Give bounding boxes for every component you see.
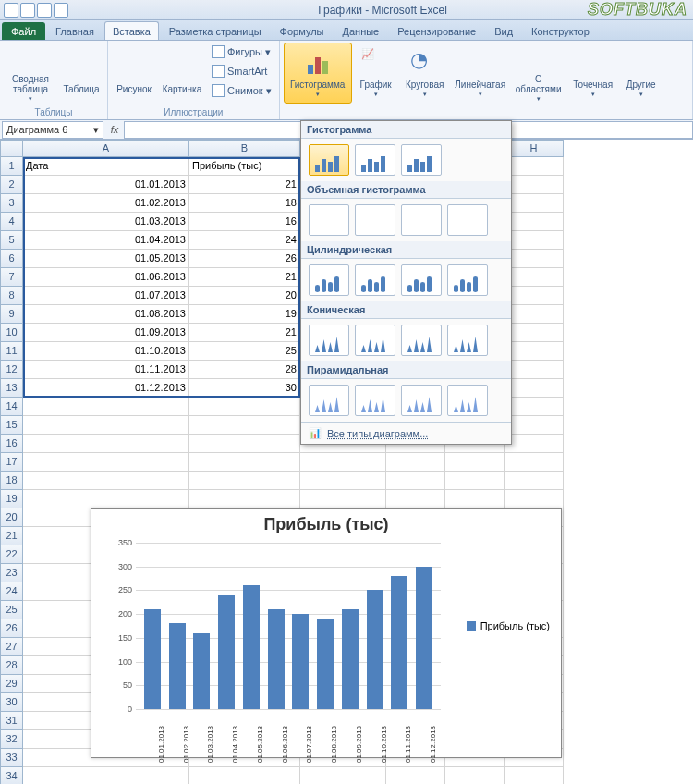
- chart-type-thumb[interactable]: [355, 144, 395, 176]
- redo-icon[interactable]: [54, 3, 68, 18]
- smartart-button[interactable]: SmartArt: [208, 62, 275, 80]
- cell-F17[interactable]: [386, 453, 445, 472]
- cell-A11[interactable]: 01.10.2013: [23, 342, 189, 361]
- cell-G18[interactable]: [445, 472, 505, 490]
- cell-F19[interactable]: [386, 490, 445, 508]
- chart-type-thumb[interactable]: [401, 264, 442, 296]
- row-header-34[interactable]: 34: [0, 767, 23, 784]
- tab-formulas[interactable]: Формулы: [272, 21, 333, 40]
- tab-design[interactable]: Конструктор: [523, 21, 598, 40]
- chart-type-thumb[interactable]: [309, 264, 349, 296]
- row-header-10[interactable]: 10: [0, 324, 23, 342]
- cell-B12[interactable]: 28: [189, 361, 300, 379]
- row-header-28[interactable]: 28: [0, 656, 23, 675]
- row-header-4[interactable]: 4: [0, 213, 23, 231]
- cell-F34[interactable]: [386, 767, 445, 784]
- row-header-7[interactable]: 7: [0, 268, 23, 287]
- undo-icon[interactable]: [37, 3, 52, 18]
- cell-H17[interactable]: [505, 453, 564, 472]
- other-charts-button[interactable]: Другие▾: [620, 43, 663, 104]
- row-header-13[interactable]: 13: [0, 379, 23, 398]
- chart-type-thumb[interactable]: [355, 264, 395, 296]
- cell-H8[interactable]: [505, 287, 564, 305]
- row-header-22[interactable]: 22: [0, 545, 23, 564]
- cell-A1[interactable]: Дата: [23, 157, 189, 176]
- cell-A15[interactable]: [23, 416, 189, 435]
- save-icon[interactable]: [20, 3, 35, 18]
- cell-A18[interactable]: [23, 472, 189, 490]
- tab-review[interactable]: Рецензирование: [389, 21, 484, 40]
- row-header-19[interactable]: 19: [0, 490, 23, 508]
- cell-H16[interactable]: [505, 435, 564, 453]
- cell-H19[interactable]: [505, 490, 564, 508]
- chart-type-thumb[interactable]: [309, 144, 349, 176]
- cell-B17[interactable]: [189, 453, 300, 472]
- row-header-27[interactable]: 27: [0, 638, 23, 656]
- cell-E34[interactable]: [300, 767, 386, 784]
- tab-view[interactable]: Вид: [486, 21, 521, 40]
- row-header-31[interactable]: 31: [0, 712, 23, 730]
- cell-H1[interactable]: [505, 157, 564, 176]
- row-header-2[interactable]: 2: [0, 176, 23, 194]
- cell-B13[interactable]: 30: [189, 379, 300, 398]
- chart-type-thumb[interactable]: [447, 385, 488, 416]
- row-header-23[interactable]: 23: [0, 564, 23, 582]
- tab-file[interactable]: Файл: [2, 22, 45, 40]
- cell-H12[interactable]: [505, 361, 564, 379]
- row-header-3[interactable]: 3: [0, 194, 23, 213]
- row-header-26[interactable]: 26: [0, 619, 23, 638]
- cell-A34[interactable]: [23, 767, 189, 784]
- cell-A17[interactable]: [23, 453, 189, 472]
- col-header-A[interactable]: A: [23, 140, 189, 157]
- bar-chart-button[interactable]: Линейчатая▾: [452, 43, 509, 104]
- row-header-32[interactable]: 32: [0, 730, 23, 749]
- chart-type-thumb[interactable]: [401, 385, 442, 416]
- cell-B8[interactable]: 20: [189, 287, 300, 305]
- cell-F18[interactable]: [386, 472, 445, 490]
- cell-A9[interactable]: 01.08.2013: [23, 305, 189, 324]
- all-chart-types-button[interactable]: 📊Все типы диаграмм...: [301, 422, 511, 444]
- tab-insert[interactable]: Вставка: [104, 21, 159, 40]
- column-chart-button[interactable]: Гистограмма ▾: [284, 43, 352, 104]
- col-header-B[interactable]: B: [189, 140, 300, 157]
- cell-H2[interactable]: [505, 176, 564, 194]
- chart-type-thumb[interactable]: [355, 385, 395, 416]
- cell-H7[interactable]: [505, 268, 564, 287]
- cell-B15[interactable]: [189, 416, 300, 435]
- row-header-16[interactable]: 16: [0, 435, 23, 453]
- chart-type-thumb[interactable]: [355, 325, 395, 356]
- cell-E19[interactable]: [300, 490, 386, 508]
- cell-A4[interactable]: 01.03.2013: [23, 213, 189, 231]
- name-box[interactable]: Диаграмма 6▾: [2, 121, 103, 139]
- cell-H13[interactable]: [505, 379, 564, 398]
- chart-type-thumb[interactable]: [447, 325, 488, 356]
- row-header-24[interactable]: 24: [0, 582, 23, 601]
- line-chart-button[interactable]: 📈 График▾: [354, 43, 398, 104]
- cell-A16[interactable]: [23, 435, 189, 453]
- cell-B18[interactable]: [189, 472, 300, 490]
- row-header-29[interactable]: 29: [0, 675, 23, 693]
- chart-type-thumb[interactable]: [355, 204, 395, 236]
- cell-B10[interactable]: 21: [189, 324, 300, 342]
- cell-A13[interactable]: 01.12.2013: [23, 379, 189, 398]
- row-header-5[interactable]: 5: [0, 231, 23, 250]
- cell-B5[interactable]: 24: [189, 231, 300, 250]
- cell-H18[interactable]: [505, 472, 564, 490]
- embedded-chart[interactable]: Прибыль (тыс) 05010015020025030035001.01…: [91, 508, 562, 758]
- shapes-button[interactable]: Фигуры ▾: [208, 43, 275, 61]
- row-header-33[interactable]: 33: [0, 749, 23, 767]
- cell-H3[interactable]: [505, 194, 564, 213]
- cell-E18[interactable]: [300, 472, 386, 490]
- row-header-30[interactable]: 30: [0, 693, 23, 712]
- cell-H34[interactable]: [505, 767, 564, 784]
- cell-A10[interactable]: 01.09.2013: [23, 324, 189, 342]
- row-header-9[interactable]: 9: [0, 305, 23, 324]
- cell-A3[interactable]: 01.02.2013: [23, 194, 189, 213]
- tab-home[interactable]: Главная: [47, 21, 103, 40]
- row-header-8[interactable]: 8: [0, 287, 23, 305]
- cell-H9[interactable]: [505, 305, 564, 324]
- clipart-button[interactable]: Картинка: [158, 43, 206, 104]
- scatter-chart-button[interactable]: Точечная▾: [568, 43, 618, 104]
- chart-type-thumb[interactable]: [401, 325, 442, 356]
- cell-B9[interactable]: 19: [189, 305, 300, 324]
